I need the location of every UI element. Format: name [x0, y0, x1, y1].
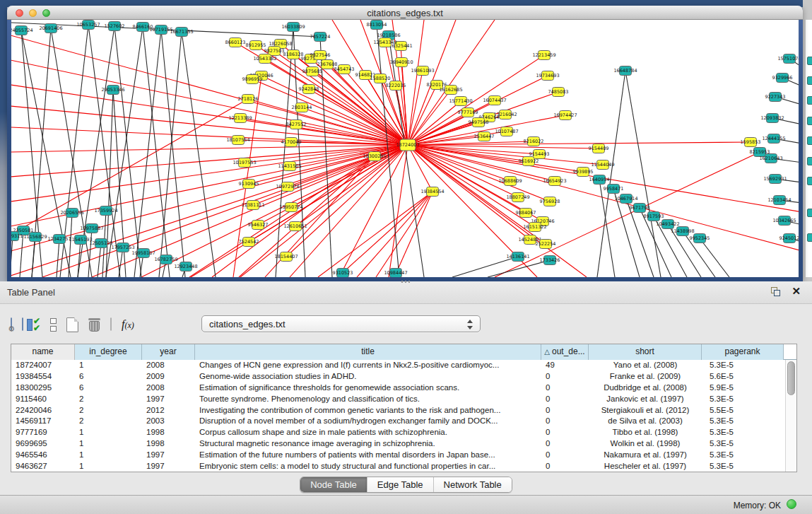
graph-node[interactable]: 3919311 — [11, 232, 23, 241]
graph-node[interactable]: 9310523 — [333, 269, 353, 278]
float-window-icon[interactable] — [771, 287, 781, 297]
graph-node[interactable]: 2536447 — [474, 132, 495, 141]
graph-node[interactable]: 11544049 — [591, 160, 614, 170]
graph-node[interactable]: 1595853 — [741, 138, 761, 147]
table-row[interactable]: 1938455462009Genome-wide association stu… — [11, 371, 785, 382]
graph-node[interactable]: 20691406 — [39, 24, 62, 33]
graph-node[interactable]: 4170049 — [281, 138, 302, 147]
graph-node[interactable]: 12103454 — [767, 196, 791, 205]
graph-node[interactable]: 12505135 — [89, 239, 112, 248]
graph-node[interactable]: 7524542 — [239, 238, 259, 247]
table-row[interactable]: 946362711997Embryonic stem cells: a mode… — [11, 461, 785, 472]
network-canvas[interactable]: 2405572420691406106532571527602846616010… — [11, 20, 799, 277]
graph-node[interactable]: 9671798 — [630, 204, 650, 213]
graph-node[interactable]: 1733426 — [540, 256, 560, 265]
table-select-dropdown[interactable]: citations_edges.txt — [201, 315, 481, 332]
new-document-icon[interactable] — [66, 317, 78, 332]
graph-node[interactable]: 24055724 — [11, 26, 33, 35]
graph-node[interactable]: 10197553 — [233, 158, 256, 168]
graph-node[interactable]: 17359924 — [94, 206, 117, 216]
graph-node[interactable]: 18107554 — [226, 136, 249, 145]
graph-node[interactable]: 19734693 — [536, 71, 559, 81]
graph-node[interactable]: 11431505 — [278, 162, 301, 171]
column-header-short[interactable]: short — [589, 344, 702, 360]
graph-node[interactable]: 8917593 — [644, 212, 664, 221]
graph-node[interactable]: 9958471 — [604, 185, 624, 194]
graph-node[interactable]: 15692931 — [763, 175, 787, 184]
graph-node[interactable]: 9242848 — [299, 85, 319, 94]
graph-node[interactable]: 11381111 — [241, 201, 264, 210]
graph-node[interactable]: 18807249 — [506, 193, 529, 202]
graph-node[interactable]: 11156829 — [23, 233, 47, 242]
graph-node[interactable]: 1527602 — [105, 22, 125, 31]
graph-node[interactable]: 19861093 — [411, 66, 434, 76]
graph-node[interactable]: 10342665 — [772, 216, 796, 226]
graph-node[interactable]: 16654923 — [543, 177, 566, 186]
graph-node[interactable]: 10972978 — [276, 182, 299, 192]
graph-node[interactable]: 15950724 — [279, 203, 302, 212]
graph-node[interactable]: 8222035 — [386, 81, 406, 90]
graph-node[interactable]: 9154409 — [589, 144, 609, 153]
graph-node[interactable]: 16648784 — [613, 66, 637, 76]
graph-node[interactable]: 8427552 — [286, 120, 307, 129]
graph-node[interactable]: 16162685 — [439, 86, 462, 95]
graph-node[interactable]: 9756928 — [540, 197, 560, 206]
graph-node[interactable]: 16210643 — [759, 154, 782, 163]
graph-node[interactable]: 12213389 — [228, 114, 252, 123]
select-all-checks-icon[interactable]: ✔✔ — [33, 317, 40, 332]
graph-node[interactable]: 9777169 — [458, 108, 478, 117]
table-settings-icon[interactable]: ⚙ — [11, 318, 12, 331]
import-table-icon[interactable] — [110, 318, 112, 331]
table-row[interactable]: 2242004622012Investigating the contribut… — [11, 405, 785, 416]
graph-node[interactable]: 9245012 — [779, 234, 799, 243]
graph-node[interactable]: 10688609 — [498, 177, 522, 186]
tab-node-table[interactable]: Node Table — [300, 477, 367, 492]
graph-node[interactable]: 10467914 — [614, 194, 637, 204]
graph-node[interactable]: 16033809 — [281, 23, 305, 32]
graph-node[interactable]: 16974427 — [553, 111, 577, 120]
graph-node[interactable]: 2803144 — [292, 103, 312, 112]
tab-edge-table[interactable]: Edge Table — [367, 477, 434, 492]
graph-node[interactable]: 14136141 — [506, 252, 529, 262]
tab-network-table[interactable]: Network Table — [434, 477, 512, 492]
graph-node[interactable]: 8216022 — [524, 137, 544, 146]
table-row[interactable]: 1872400712008Changes of HCN gene express… — [11, 360, 785, 371]
graph-node[interactable]: 19384554 — [420, 187, 444, 197]
graph-node[interactable]: 10653257 — [76, 21, 100, 30]
table-row[interactable]: 1456911722003Disruption of a novel membe… — [11, 416, 785, 427]
vertical-scrollbar[interactable] — [785, 360, 796, 472]
graph-node[interactable]: 12213459 — [532, 51, 555, 60]
rows-icon[interactable] — [50, 318, 57, 332]
delete-icon[interactable] — [88, 317, 100, 332]
table-row[interactable]: 977716911998Corpus callosum shape and si… — [11, 427, 785, 438]
memory-status-indicator[interactable] — [787, 499, 796, 509]
graph-node[interactable]: 15751074 — [777, 54, 799, 64]
graph-node[interactable]: 8912955 — [246, 41, 266, 50]
graph-node[interactable]: 9227343 — [765, 93, 786, 102]
graph-node[interactable]: 1640954 — [589, 175, 610, 185]
table-row[interactable]: 911546021997Tourette syndrome. Phenomeno… — [11, 394, 785, 405]
graph-node[interactable]: 1588520 — [370, 74, 391, 83]
graph-node[interactable]: 8660123 — [225, 38, 246, 47]
graph-node[interactable]: 7485083 — [548, 88, 569, 97]
graph-node[interactable]: 10543382 — [253, 54, 276, 64]
graph-node[interactable]: 18154407 — [274, 252, 298, 262]
graph-node[interactable]: 12093832 — [760, 114, 784, 123]
column-header-name[interactable]: name — [11, 344, 75, 360]
graph-node[interactable]: 9952345 — [690, 234, 710, 243]
network-window-titlebar[interactable]: citations_edges.txt — [7, 6, 803, 20]
graph-node[interactable]: 2718126 — [238, 95, 259, 104]
column-header-title[interactable]: title — [195, 344, 541, 360]
column-header-year[interactable]: year — [142, 344, 195, 360]
graph-node[interactable]: 20206556 — [60, 209, 83, 218]
column-visibility-icon[interactable] — [22, 318, 23, 331]
table-row[interactable]: 969969511998Structural magnetic resonanc… — [11, 438, 785, 450]
graph-node[interactable]: 12342757 — [47, 235, 71, 244]
graph-node[interactable]: 8813054 — [367, 21, 387, 30]
graph-node[interactable]: 9130945 — [239, 180, 259, 189]
graph-node[interactable]: 12610651 — [283, 222, 307, 231]
graph-node[interactable]: 16074437 — [483, 96, 506, 105]
graph-node[interactable]: 2522254 — [536, 240, 556, 249]
graph-node[interactable]: 7857224 — [310, 33, 331, 42]
graph-node[interactable]: 10107487 — [495, 127, 518, 136]
